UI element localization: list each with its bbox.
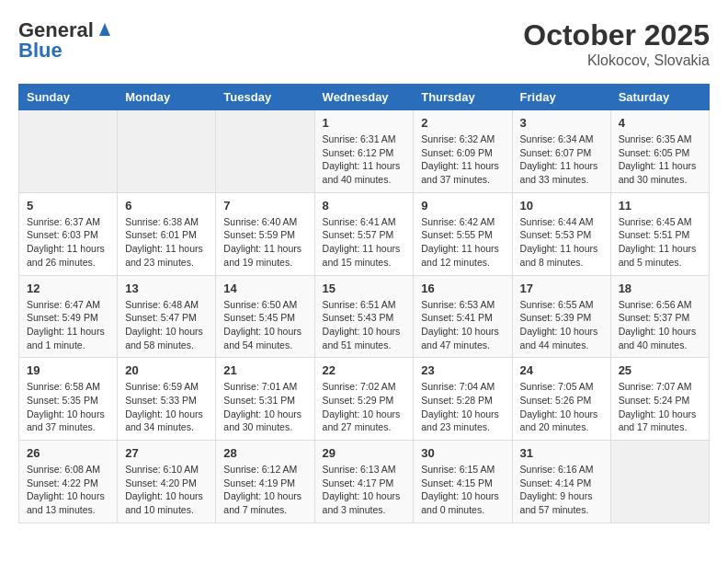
day-number: 13 — [125, 282, 208, 295]
day-number: 1 — [323, 116, 406, 130]
day-info: Sunrise: 6:37 AM Sunset: 6:03 PM Dayligh… — [27, 215, 109, 270]
day-number: 24 — [520, 363, 603, 377]
calendar-cell: 12Sunrise: 6:47 AM Sunset: 5:49 PM Dayli… — [19, 275, 118, 358]
calendar-cell — [610, 441, 709, 523]
day-number: 9 — [421, 199, 504, 213]
logo: General Blue — [18, 18, 114, 63]
day-info: Sunrise: 7:01 AM Sunset: 5:31 PM Dayligh… — [223, 380, 306, 434]
calendar-cell: 21Sunrise: 7:01 AM Sunset: 5:31 PM Dayli… — [216, 358, 314, 441]
day-info: Sunrise: 7:07 AM Sunset: 5:24 PM Dayligh… — [619, 380, 701, 434]
day-info: Sunrise: 6:15 AM Sunset: 4:15 PM Dayligh… — [421, 463, 504, 517]
day-info: Sunrise: 6:40 AM Sunset: 5:59 PM Dayligh… — [223, 215, 306, 270]
weekday-header-sunday: Sunday — [19, 85, 118, 110]
page-header: General Blue October 2025 Klokocov, Slov… — [18, 18, 710, 69]
day-number: 15 — [323, 282, 406, 295]
day-info: Sunrise: 6:50 AM Sunset: 5:45 PM Dayligh… — [223, 298, 306, 352]
calendar-cell: 29Sunrise: 6:13 AM Sunset: 4:17 PM Dayli… — [314, 441, 414, 523]
logo-icon — [96, 19, 114, 38]
day-info: Sunrise: 6:51 AM Sunset: 5:43 PM Dayligh… — [323, 298, 406, 352]
calendar-cell: 17Sunrise: 6:55 AM Sunset: 5:39 PM Dayli… — [512, 275, 610, 358]
day-info: Sunrise: 6:59 AM Sunset: 5:33 PM Dayligh… — [125, 380, 208, 434]
day-number: 23 — [421, 363, 504, 377]
day-number: 26 — [27, 446, 109, 460]
day-number: 12 — [27, 282, 109, 295]
calendar-cell: 3Sunrise: 6:34 AM Sunset: 6:07 PM Daylig… — [512, 110, 610, 193]
day-number: 25 — [619, 363, 701, 377]
weekday-header-friday: Friday — [512, 85, 610, 110]
calendar-cell: 23Sunrise: 7:04 AM Sunset: 5:28 PM Dayli… — [414, 358, 512, 441]
day-number: 22 — [323, 363, 406, 377]
calendar-cell: 28Sunrise: 6:12 AM Sunset: 4:19 PM Dayli… — [216, 441, 314, 523]
calendar-cell: 27Sunrise: 6:10 AM Sunset: 4:20 PM Dayli… — [118, 441, 216, 523]
day-info: Sunrise: 6:41 AM Sunset: 5:57 PM Dayligh… — [323, 215, 406, 270]
calendar-cell: 24Sunrise: 7:05 AM Sunset: 5:26 PM Dayli… — [512, 358, 610, 441]
day-info: Sunrise: 6:42 AM Sunset: 5:55 PM Dayligh… — [421, 215, 504, 270]
day-number: 16 — [421, 282, 504, 295]
calendar-cell: 4Sunrise: 6:35 AM Sunset: 6:05 PM Daylig… — [610, 110, 709, 193]
calendar-cell: 6Sunrise: 6:38 AM Sunset: 6:01 PM Daylig… — [118, 192, 216, 275]
calendar-cell: 16Sunrise: 6:53 AM Sunset: 5:41 PM Dayli… — [414, 275, 512, 358]
weekday-header-saturday: Saturday — [610, 85, 709, 110]
day-info: Sunrise: 6:55 AM Sunset: 5:39 PM Dayligh… — [520, 298, 603, 352]
calendar-title: October 2025 — [523, 18, 710, 52]
day-number: 31 — [520, 446, 603, 460]
day-info: Sunrise: 6:08 AM Sunset: 4:22 PM Dayligh… — [27, 463, 109, 517]
calendar-cell: 30Sunrise: 6:15 AM Sunset: 4:15 PM Dayli… — [414, 441, 512, 523]
day-number: 18 — [619, 282, 701, 295]
calendar-cell: 18Sunrise: 6:56 AM Sunset: 5:37 PM Dayli… — [610, 275, 709, 358]
calendar-cell: 15Sunrise: 6:51 AM Sunset: 5:43 PM Dayli… — [314, 275, 414, 358]
day-info: Sunrise: 6:13 AM Sunset: 4:17 PM Dayligh… — [323, 463, 406, 517]
weekday-header-row: SundayMondayTuesdayWednesdayThursdayFrid… — [19, 85, 710, 110]
day-number: 3 — [520, 116, 603, 130]
calendar-cell — [19, 110, 118, 193]
calendar-cell: 25Sunrise: 7:07 AM Sunset: 5:24 PM Dayli… — [610, 358, 709, 441]
calendar-cell: 2Sunrise: 6:32 AM Sunset: 6:09 PM Daylig… — [414, 110, 512, 193]
calendar-cell: 19Sunrise: 6:58 AM Sunset: 5:35 PM Dayli… — [19, 358, 118, 441]
day-info: Sunrise: 6:10 AM Sunset: 4:20 PM Dayligh… — [125, 463, 208, 517]
weekday-header-thursday: Thursday — [414, 85, 512, 110]
day-number: 6 — [125, 199, 208, 213]
day-number: 20 — [125, 363, 208, 377]
calendar-subtitle: Klokocov, Slovakia — [523, 52, 710, 69]
day-info: Sunrise: 6:16 AM Sunset: 4:14 PM Dayligh… — [520, 463, 603, 517]
day-number: 7 — [223, 199, 306, 213]
calendar-cell: 20Sunrise: 6:59 AM Sunset: 5:33 PM Dayli… — [118, 358, 216, 441]
day-number: 10 — [520, 199, 603, 213]
weekday-header-wednesday: Wednesday — [314, 85, 414, 110]
day-info: Sunrise: 6:34 AM Sunset: 6:07 PM Dayligh… — [520, 132, 603, 187]
day-number: 21 — [223, 363, 306, 377]
calendar-cell: 1Sunrise: 6:31 AM Sunset: 6:12 PM Daylig… — [314, 110, 414, 193]
day-info: Sunrise: 6:47 AM Sunset: 5:49 PM Dayligh… — [27, 298, 109, 352]
day-info: Sunrise: 6:44 AM Sunset: 5:53 PM Dayligh… — [520, 215, 603, 270]
day-info: Sunrise: 6:48 AM Sunset: 5:47 PM Dayligh… — [125, 298, 208, 352]
day-number: 28 — [223, 446, 306, 460]
day-number: 5 — [27, 199, 109, 213]
day-number: 27 — [125, 446, 208, 460]
day-info: Sunrise: 6:58 AM Sunset: 5:35 PM Dayligh… — [27, 380, 109, 434]
day-info: Sunrise: 6:31 AM Sunset: 6:12 PM Dayligh… — [323, 132, 406, 187]
day-number: 19 — [27, 363, 109, 377]
calendar-cell — [118, 110, 216, 193]
day-info: Sunrise: 6:45 AM Sunset: 5:51 PM Dayligh… — [619, 215, 701, 270]
day-number: 8 — [323, 199, 406, 213]
title-block: October 2025 Klokocov, Slovakia — [523, 18, 710, 69]
calendar-cell: 9Sunrise: 6:42 AM Sunset: 5:55 PM Daylig… — [414, 192, 512, 275]
calendar-cell: 8Sunrise: 6:41 AM Sunset: 5:57 PM Daylig… — [314, 192, 414, 275]
logo-blue-text: Blue — [18, 39, 63, 63]
calendar-week-3: 12Sunrise: 6:47 AM Sunset: 5:49 PM Dayli… — [19, 275, 710, 358]
calendar-table: SundayMondayTuesdayWednesdayThursdayFrid… — [18, 84, 710, 523]
day-info: Sunrise: 6:32 AM Sunset: 6:09 PM Dayligh… — [421, 132, 504, 187]
day-number: 14 — [223, 282, 306, 295]
day-number: 30 — [421, 446, 504, 460]
day-info: Sunrise: 7:02 AM Sunset: 5:29 PM Dayligh… — [323, 380, 406, 434]
day-number: 2 — [421, 116, 504, 130]
day-number: 17 — [520, 282, 603, 295]
calendar-cell: 26Sunrise: 6:08 AM Sunset: 4:22 PM Dayli… — [19, 441, 118, 523]
weekday-header-tuesday: Tuesday — [216, 85, 314, 110]
day-info: Sunrise: 6:12 AM Sunset: 4:19 PM Dayligh… — [223, 463, 306, 517]
calendar-cell: 14Sunrise: 6:50 AM Sunset: 5:45 PM Dayli… — [216, 275, 314, 358]
day-info: Sunrise: 7:05 AM Sunset: 5:26 PM Dayligh… — [520, 380, 603, 434]
calendar-cell — [216, 110, 314, 193]
calendar-cell: 13Sunrise: 6:48 AM Sunset: 5:47 PM Dayli… — [118, 275, 216, 358]
calendar-week-2: 5Sunrise: 6:37 AM Sunset: 6:03 PM Daylig… — [19, 192, 710, 275]
